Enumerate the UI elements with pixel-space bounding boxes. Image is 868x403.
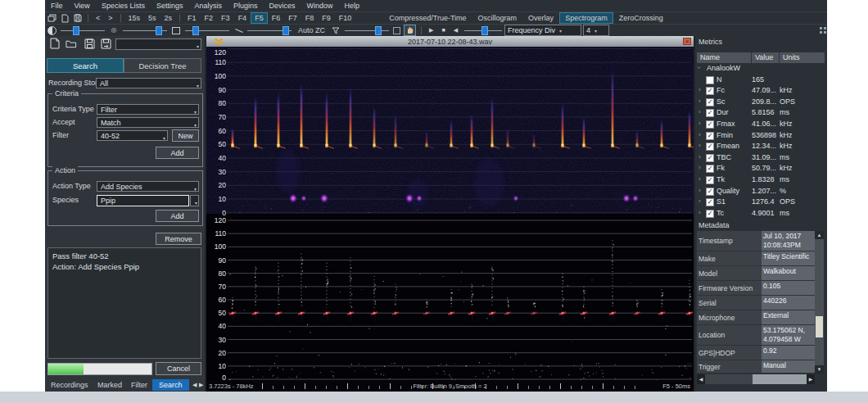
remove-button[interactable]: Remove	[156, 233, 201, 245]
new-file-icon[interactable]	[59, 13, 70, 23]
metadata-row-microphone[interactable]: MicrophoneExternal	[697, 310, 815, 325]
expander-icon[interactable]: ›	[695, 66, 703, 69]
frequency-div-dropdown[interactable]: Frequency Div▾	[504, 25, 581, 36]
metric-checkbox[interactable]: ✓	[706, 154, 714, 162]
tab-search-bottom[interactable]: Search	[152, 379, 189, 391]
criteria-add-button[interactable]: Add	[156, 147, 199, 159]
action-type-dropdown[interactable]: Add Species▾	[97, 181, 199, 192]
stop-button[interactable]: ■	[437, 25, 449, 36]
species-input[interactable]: Ppip	[97, 195, 189, 206]
metric-row-quality[interactable]: ›✓Quality1.207...%	[697, 186, 825, 197]
metadata-horizontal-scrollbar[interactable]: ◀ ▶	[697, 374, 815, 384]
recording-title-bar[interactable]: 2017-07-10 22-08-43.wav ×	[206, 36, 694, 47]
tab-decision-tree[interactable]: Decision Tree	[124, 58, 201, 73]
metadata-vertical-scrollbar[interactable]: ▲ ▼	[815, 231, 824, 374]
spectrogram-view[interactable]: 1201201101101001009090808070706060505040…	[206, 47, 694, 380]
metadata-row-serial[interactable]: Serial440226	[697, 296, 815, 310]
rule-item[interactable]: Action: Add Species Ppip	[52, 261, 197, 272]
metric-row-tk[interactable]: ›✓Tk1.8328ms	[697, 174, 825, 186]
metadata-row-location[interactable]: Location53.175062 N, 4.079458 W	[697, 325, 815, 346]
metric-row-fk[interactable]: ›✓Fk50.79...kHz	[697, 163, 825, 174]
layout-grid-icon[interactable]	[820, 27, 822, 29]
expander-icon[interactable]: ›	[698, 131, 701, 138]
pan-tool-button[interactable]	[404, 25, 416, 36]
f-key-button-f2[interactable]: F2	[201, 12, 218, 24]
metric-row-dur[interactable]: ›✓Dur5.8156ms	[697, 107, 825, 119]
cancel-button[interactable]: Cancel	[156, 362, 201, 375]
nav-back-button[interactable]: <	[92, 12, 104, 24]
view-button-oscillogram[interactable]: Oscillogram	[472, 12, 523, 24]
metadata-row-make[interactable]: MakeTitley Scientific	[697, 251, 815, 266]
f-key-button-f5[interactable]: F5	[251, 12, 268, 24]
menu-window[interactable]: Window	[301, 0, 339, 11]
metric-row-fmean[interactable]: ›✓Fmean12.34...kHz	[697, 141, 825, 152]
f-key-button-f8[interactable]: F8	[301, 12, 319, 24]
metadata-row-trigger[interactable]: TriggerManual	[697, 360, 815, 374]
tool-checkbox[interactable]	[393, 27, 400, 34]
metric-checkbox[interactable]: ✓	[706, 132, 714, 140]
view-button-zerocrossing[interactable]: ZeroCrossing	[613, 12, 669, 24]
sensitivity-slider[interactable]	[345, 25, 389, 36]
restore-window-icon[interactable]	[46, 13, 57, 23]
f-key-button-f1[interactable]: F1	[183, 12, 201, 24]
f-key-button-f7[interactable]: F7	[284, 12, 301, 24]
brightness-slider[interactable]	[123, 25, 167, 36]
frequency-div-value-dropdown[interactable]: 4▾	[583, 25, 609, 36]
contrast-slider[interactable]	[61, 25, 105, 36]
expander-icon[interactable]: ›	[698, 153, 701, 161]
accept-dropdown[interactable]: Match▾	[97, 117, 199, 128]
metric-checkbox[interactable]: ✓	[706, 198, 714, 206]
f-key-button-f3[interactable]: F3	[217, 12, 234, 24]
species-dropdown-button[interactable]: ▾	[190, 195, 199, 206]
new-filter-button[interactable]: New	[172, 129, 199, 142]
metric-checkbox[interactable]: ✓	[706, 109, 714, 117]
scroll-right-icon[interactable]: ▶	[807, 374, 815, 384]
preset-dropdown[interactable]: ▾	[115, 38, 201, 50]
view-button-overlay[interactable]: Overlay	[522, 12, 559, 24]
nav-forward-button[interactable]: >	[104, 12, 116, 24]
filter-dropdown[interactable]: 40-52▾	[97, 130, 168, 141]
metric-checkbox[interactable]: ✓	[706, 210, 714, 218]
f-key-button-f6[interactable]: F6	[268, 12, 285, 24]
expander-icon[interactable]: ›	[698, 97, 701, 105]
metadata-row-firmware-version[interactable]: Firmware Version0.105	[697, 281, 815, 296]
open-folder-icon[interactable]	[66, 38, 77, 48]
metadata-row-gps-hdop[interactable]: GPS|HDOP0.92	[697, 346, 815, 360]
tab-marked[interactable]: Marked	[97, 379, 122, 391]
column-header-value[interactable]: Value	[752, 52, 780, 63]
action-add-button[interactable]: Add	[156, 210, 199, 222]
metric-row-s1[interactable]: ›✓S11276.4OPS	[697, 197, 825, 208]
menu-view[interactable]: View	[69, 0, 96, 11]
rule-list[interactable]: Pass filter 40-52Action: Add Species Ppi…	[47, 247, 201, 359]
menu-help[interactable]: Help	[339, 0, 366, 11]
column-header-units[interactable]: Units	[780, 52, 825, 63]
menu-devices[interactable]: Devices	[263, 0, 301, 11]
recording-store-dropdown[interactable]: All▾	[96, 78, 201, 88]
f-key-button-f9[interactable]: F9	[318, 12, 335, 24]
expander-icon[interactable]: ›	[698, 108, 701, 115]
view-button-compressed-true-time[interactable]: Compressed/True-Time	[383, 12, 472, 24]
collapse-chevron-icon[interactable]	[214, 38, 224, 47]
f-key-button-f4[interactable]: F4	[234, 12, 251, 24]
save-as-icon[interactable]	[100, 38, 111, 48]
metric-row-analookw[interactable]: ›AnalookW	[697, 63, 825, 75]
menu-file[interactable]: File	[45, 0, 69, 11]
tab-recordings[interactable]: Recordings	[51, 379, 88, 391]
save-file-icon[interactable]	[84, 38, 95, 48]
metric-checkbox[interactable]: ✓	[706, 120, 714, 129]
play-button[interactable]: ▶	[425, 25, 437, 36]
expander-icon[interactable]: ›	[698, 187, 701, 194]
volume-slider[interactable]	[464, 25, 502, 36]
metric-row-sc[interactable]: ›✓Sc209.8...OPS	[697, 97, 825, 108]
metric-checkbox[interactable]	[706, 76, 714, 84]
column-header-name[interactable]: Name	[697, 52, 752, 63]
f-key-button-f10[interactable]: F10	[335, 12, 356, 24]
expander-icon[interactable]: ›	[698, 197, 701, 205]
time-button-2s[interactable]: 2s	[160, 12, 177, 24]
time-button-5s[interactable]: 5s	[144, 12, 160, 24]
time-button-15s[interactable]: 15s	[124, 12, 145, 24]
metadata-row-timestamp[interactable]: TimestampJul 10, 2017 10:08:43PM	[697, 231, 815, 251]
metadata-row-model[interactable]: ModelWalkabout	[697, 266, 815, 281]
scrollbar-thumb[interactable]	[816, 316, 823, 337]
expander-icon[interactable]: ›	[698, 175, 701, 183]
